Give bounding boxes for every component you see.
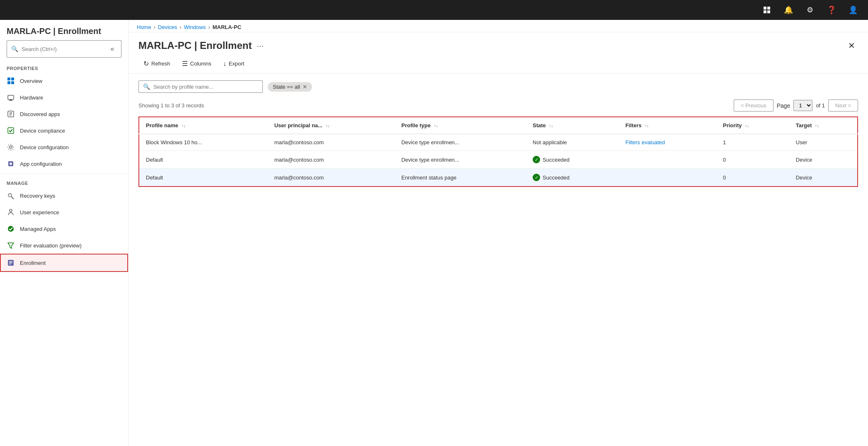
cell-profile-type: Enrollment status page [395, 169, 526, 187]
breadcrumb-current: MARLA-PC [213, 24, 241, 30]
svg-rect-6 [7, 81, 10, 84]
cell-state: ✓Succeeded [526, 151, 619, 169]
user-icon[interactable]: 👤 [846, 3, 860, 17]
sidebar-item-app-configuration[interactable]: App configuration [0, 155, 128, 172]
collapse-icon[interactable]: « [108, 43, 117, 55]
cell-profile-name: Default [139, 169, 268, 187]
columns-label: Columns [190, 61, 211, 67]
recovery-keys-icon [7, 191, 15, 200]
breadcrumb: Home › Devices › Windows › MARLA-PC [137, 22, 860, 32]
settings-icon[interactable]: ⚙ [803, 3, 817, 17]
col-priority[interactable]: Priority ↑↓ [716, 117, 789, 134]
sidebar-item-filter-evaluation[interactable]: Filter evaluation (preview) [0, 237, 128, 254]
col-filters[interactable]: Filters ↑↓ [619, 117, 716, 134]
help-icon[interactable]: ❓ [825, 3, 838, 17]
toolbar: ↻ Refresh ☰ Columns ↓ Export [138, 57, 858, 73]
content-area: Home › Devices › Windows › MARLA-PC MARL… [129, 20, 868, 446]
svg-rect-0 [764, 7, 766, 10]
refresh-label: Refresh [151, 61, 170, 67]
sidebar-item-device-compliance[interactable]: Device compliance [0, 122, 128, 139]
close-button[interactable]: ✕ [845, 39, 858, 52]
search-input[interactable] [22, 46, 104, 52]
sort-icon-type: ↑↓ [434, 124, 438, 128]
columns-button[interactable]: ☰ Columns [177, 57, 216, 70]
filter-search-input[interactable] [153, 84, 258, 90]
sidebar-item-discovered-apps[interactable]: Discovered apps [0, 106, 128, 122]
cell-state: Not applicable [526, 134, 619, 151]
content-title-row: MARLA-PC | Enrollment ··· ✕ [138, 39, 858, 52]
svg-rect-10 [9, 100, 13, 101]
cell-profile-name: Block Windows 10 ho... [139, 134, 268, 151]
enrollment-icon [7, 259, 15, 267]
export-button[interactable]: ↓ Export [218, 58, 250, 70]
breadcrumb-windows[interactable]: Windows [184, 24, 206, 30]
cell-profile-name: Default [139, 151, 268, 169]
sidebar-item-device-configuration[interactable]: Device configuration [0, 139, 128, 155]
page-select[interactable]: 1 [793, 100, 812, 111]
filter-chip[interactable]: State == all ✕ [268, 82, 312, 92]
svg-rect-3 [767, 10, 770, 13]
svg-rect-4 [7, 78, 10, 80]
filters-evaluated-link[interactable]: Filters evaluated [626, 139, 665, 145]
compliance-icon [7, 126, 15, 135]
export-icon: ↓ [223, 60, 226, 68]
filter-search-container[interactable]: 🔍 [138, 80, 263, 93]
check-icon: ✓ [533, 174, 540, 181]
col-user-principal[interactable]: User principal na... ↑↓ [268, 117, 395, 134]
sort-icon-profile: ↑↓ [182, 124, 186, 128]
svg-rect-5 [11, 78, 14, 80]
next-button[interactable]: Next > [828, 99, 858, 112]
cell-target: User [789, 134, 858, 151]
page-title: MARLA-PC | Enrollment [138, 40, 252, 51]
sidebar-search-container[interactable]: 🔍 « [7, 40, 121, 58]
filter-eval-icon [7, 241, 15, 250]
svg-rect-8 [8, 95, 14, 99]
sidebar-item-enrollment[interactable]: Enrollment [0, 254, 128, 272]
sidebar-title: MARLA-PC | Enrollment [7, 27, 121, 36]
sidebar-item-user-experience[interactable]: User experience [0, 204, 128, 221]
svg-marker-23 [8, 243, 14, 248]
pagination-controls: < Previous Page 1 of 1 Next > [734, 99, 858, 112]
table-row[interactable]: Defaultmarla@contoso.comEnrollment statu… [139, 169, 858, 187]
bell-icon[interactable]: 🔔 [782, 3, 795, 17]
filter-chip-close[interactable]: ✕ [303, 84, 307, 90]
sidebar-item-label: Recovery keys [20, 193, 55, 199]
svg-point-21 [10, 209, 12, 212]
pagination-row: Showing 1 to 3 of 3 records < Previous P… [138, 99, 858, 112]
sidebar-item-label: Device configuration [20, 144, 69, 150]
cell-state: ✓Succeeded [526, 169, 619, 187]
col-profile-name[interactable]: Profile name ↑↓ [139, 117, 268, 134]
cell-filters[interactable]: Filters evaluated [619, 134, 716, 151]
app-config-icon [7, 160, 15, 168]
svg-rect-15 [8, 128, 14, 133]
page-of-label: of 1 [816, 102, 825, 109]
sidebar-item-recovery-keys[interactable]: Recovery keys [0, 187, 128, 204]
sidebar-item-label: App configuration [20, 161, 62, 167]
cell-target: Device [789, 151, 858, 169]
sidebar-divider [0, 174, 128, 174]
breadcrumb-sep-3: › [208, 24, 210, 30]
content-header: MARLA-PC | Enrollment ··· ✕ ↻ Refresh ☰ … [129, 32, 868, 74]
table-row[interactable]: Defaultmarla@contoso.comDevice type enro… [139, 151, 858, 169]
col-state[interactable]: State ↑↓ [526, 117, 619, 134]
sidebar-item-label: Device compliance [20, 128, 65, 134]
portal-icon[interactable] [760, 3, 773, 17]
cell-priority: 0 [716, 169, 789, 187]
table-row[interactable]: Block Windows 10 ho...marla@contoso.comD… [139, 134, 858, 151]
breadcrumb-sep-1: › [154, 24, 155, 30]
sidebar-item-overview[interactable]: Overview [0, 73, 128, 89]
sidebar-item-managed-apps[interactable]: Managed Apps [0, 221, 128, 237]
content-body: 🔍 State == all ✕ Showing 1 to 3 of 3 rec… [129, 74, 868, 446]
config-icon [7, 143, 15, 151]
export-label: Export [229, 61, 245, 67]
more-button[interactable]: ··· [257, 41, 264, 51]
sidebar-item-hardware[interactable]: Hardware [0, 89, 128, 106]
previous-button[interactable]: < Previous [734, 99, 773, 112]
breadcrumb-devices[interactable]: Devices [158, 24, 177, 30]
refresh-button[interactable]: ↻ Refresh [138, 57, 175, 70]
col-target[interactable]: Target ↑↓ [789, 117, 858, 134]
sort-icon-target: ↑↓ [815, 124, 819, 128]
breadcrumb-home[interactable]: Home [137, 24, 151, 30]
col-profile-type[interactable]: Profile type ↑↓ [395, 117, 526, 134]
svg-point-22 [8, 226, 14, 232]
